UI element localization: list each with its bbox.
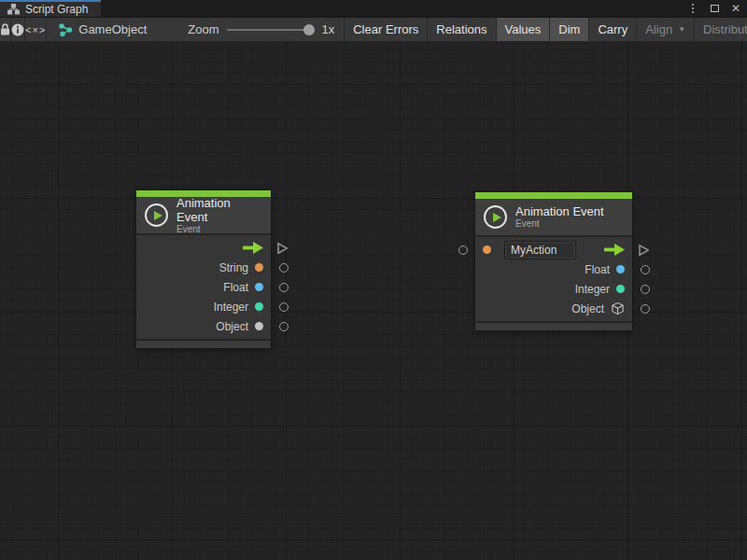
port-row-trigger — [475, 240, 632, 259]
tab-script-graph[interactable]: Script Graph — [0, 0, 101, 17]
graph-owner-label: GameObject — [78, 22, 147, 36]
zoom-label: Zoom — [188, 22, 218, 36]
integer-output-port[interactable] — [279, 302, 289, 312]
name-input-port[interactable] — [458, 245, 468, 255]
chevron-down-icon: ▼ — [678, 25, 685, 34]
event-play-icon — [145, 203, 168, 227]
trigger-type-dot — [483, 245, 491, 254]
float-output-port[interactable] — [641, 265, 650, 274]
node-footer — [136, 339, 271, 348]
window-menu-icon[interactable] — [685, 1, 700, 16]
float-output-port[interactable] — [279, 283, 289, 292]
code-view-button[interactable]: <×> — [25, 18, 47, 41]
flow-arrow-icon — [243, 242, 263, 254]
object-output-port[interactable] — [641, 304, 650, 314]
zoom-value: 1x — [322, 22, 335, 36]
cube-icon — [611, 301, 625, 315]
lock-icon — [0, 23, 10, 35]
flow-output-port[interactable] — [276, 242, 289, 255]
tab-strip: Script Graph ✕ — [0, 0, 747, 18]
object-type-dot — [255, 322, 263, 330]
event-name-field[interactable] — [504, 241, 576, 259]
values-toggle[interactable]: Values — [497, 18, 551, 41]
port-row-float: Float — [475, 259, 632, 279]
integer-output-port[interactable] — [641, 285, 650, 294]
distribute-dropdown[interactable]: Distribute ▼ — [695, 18, 747, 41]
port-row-integer: Integer — [475, 279, 632, 299]
node-header[interactable]: Animation Event Event — [475, 199, 632, 235]
maximize-icon[interactable] — [707, 1, 722, 16]
clear-errors-button[interactable]: Clear Errors — [345, 18, 428, 41]
window-controls: ✕ — [685, 0, 743, 16]
carry-toggle[interactable]: Carry — [589, 18, 637, 41]
node-subtitle: Event — [176, 224, 261, 235]
zoom-slider[interactable] — [227, 29, 315, 31]
node-animation-event-1[interactable]: Animation Event Event String — [135, 189, 272, 349]
zoom-section: Zoom 1x — [156, 18, 344, 41]
graph-owner-section: GameObject — [47, 18, 156, 41]
close-icon[interactable]: ✕ — [728, 1, 743, 16]
string-type-dot — [255, 263, 263, 272]
node-body: String Float Integer Object — [136, 233, 271, 339]
integer-type-dot — [616, 285, 625, 293]
node-color-bar — [475, 192, 632, 199]
node-subtitle: Event — [515, 218, 604, 230]
port-row-object: Object — [475, 299, 632, 318]
node-footer — [475, 321, 632, 330]
event-play-icon — [484, 205, 507, 229]
graph-toolbar: <×> GameObject Zoom 1x Clear Errors Rela… — [0, 18, 747, 42]
node-title: Animation Event — [515, 204, 604, 218]
tab-title: Script Graph — [25, 3, 88, 16]
port-row-integer: Integer — [136, 297, 271, 316]
node-animation-event-2[interactable]: Animation Event Event — [474, 191, 633, 331]
node-header[interactable]: Animation Event Event — [136, 197, 271, 233]
gameobject-icon — [59, 23, 73, 36]
flow-arrow-icon — [604, 244, 625, 256]
node-body: Float Integer Object — [475, 235, 632, 321]
graph-canvas[interactable]: Animation Event Event String — [0, 42, 747, 560]
zoom-slider-thumb[interactable] — [303, 24, 315, 35]
node-title: Animation Event — [176, 196, 261, 224]
port-row-flow-out — [136, 238, 271, 258]
integer-type-dot — [255, 302, 263, 311]
flow-output-port[interactable] — [638, 244, 650, 257]
string-output-port[interactable] — [279, 263, 289, 273]
object-output-port[interactable] — [279, 322, 289, 331]
float-type-dot — [255, 283, 263, 291]
info-icon — [11, 23, 24, 36]
inspector-button[interactable] — [11, 18, 25, 41]
lock-button[interactable] — [0, 18, 11, 41]
dim-toggle[interactable]: Dim — [550, 18, 589, 41]
port-row-string: String — [136, 258, 271, 277]
float-type-dot — [616, 265, 625, 273]
port-row-object: Object — [136, 316, 271, 336]
relations-button[interactable]: Relations — [428, 18, 496, 41]
align-dropdown[interactable]: Align ▼ — [637, 18, 695, 41]
port-row-float: Float — [136, 277, 271, 297]
graph-icon — [7, 4, 20, 15]
